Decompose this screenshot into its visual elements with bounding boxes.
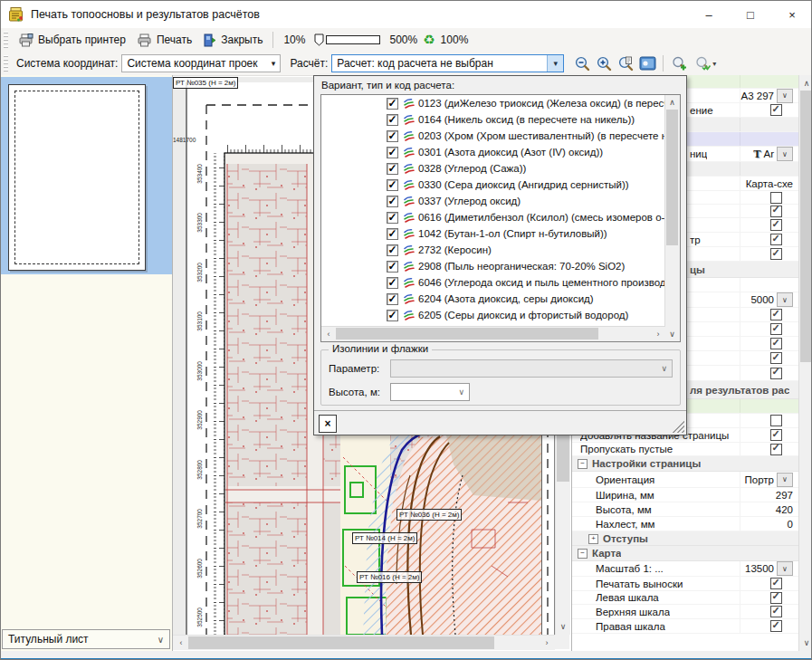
calc-variant-item[interactable]: 2732 (Керосин) bbox=[321, 242, 665, 258]
item-checkbox[interactable] bbox=[387, 147, 398, 158]
property-row[interactable]: Отступы T ∨ bbox=[572, 531, 798, 546]
dropdown-button[interactable]: ∨ bbox=[777, 473, 793, 487]
zoom-page-button[interactable] bbox=[615, 53, 636, 73]
param-combo[interactable]: ∨ bbox=[390, 359, 673, 378]
refresh-zoom-icon[interactable]: ♻ bbox=[423, 32, 435, 48]
add-view-button[interactable] bbox=[668, 53, 690, 73]
property-checkbox[interactable] bbox=[770, 444, 782, 455]
calc-variant-list[interactable]: 0123 (диЖелезо триоксид (Железа оксид) (… bbox=[320, 94, 681, 342]
page-thumbnail-selected[interactable] bbox=[1, 77, 172, 274]
calc-combo[interactable]: Расчет: код расчета не выбран ▾ bbox=[331, 54, 564, 72]
property-checkbox[interactable] bbox=[770, 248, 782, 260]
item-checkbox[interactable] bbox=[387, 179, 398, 191]
scroll-right-arrow[interactable]: › bbox=[540, 636, 553, 650]
property-row[interactable]: Высота, мм T 420 ∨ bbox=[572, 502, 798, 517]
property-checkbox[interactable] bbox=[770, 104, 782, 116]
dropdown-button[interactable]: ∨ bbox=[777, 89, 793, 103]
zoom-out-button[interactable] bbox=[571, 53, 593, 73]
calc-variant-item[interactable]: 0330 (Сера диоксид (Ангидрид сернистый)) bbox=[321, 177, 665, 193]
calc-variant-item[interactable]: 6046 (Углерода оксид и пыль цементного п… bbox=[321, 274, 665, 291]
scroll-down-arrow[interactable]: ∨ bbox=[556, 620, 570, 633]
scrollbar-thumb[interactable] bbox=[800, 91, 812, 362]
scroll-left-arrow[interactable]: ‹ bbox=[175, 636, 187, 650]
property-checkbox[interactable] bbox=[770, 429, 782, 441]
item-checkbox[interactable] bbox=[387, 244, 398, 256]
item-checkbox[interactable] bbox=[387, 98, 398, 110]
scroll-down-arrow[interactable]: ∨ bbox=[799, 636, 812, 649]
property-checkbox[interactable] bbox=[770, 219, 782, 231]
page-selector-combo[interactable]: Титульный лист ∨ bbox=[2, 629, 170, 649]
calc-variant-item[interactable]: 6204 (Азота диоксид, серы диоксид) bbox=[321, 291, 665, 307]
toolbar2-grip[interactable] bbox=[4, 55, 8, 72]
slider-thumb[interactable] bbox=[314, 33, 324, 46]
property-checkbox[interactable] bbox=[770, 415, 782, 426]
property-checkbox[interactable] bbox=[770, 578, 782, 589]
map-horizontal-scrollbar[interactable]: ‹ › bbox=[173, 635, 555, 650]
calc-combo-dropdown-button[interactable]: ▾ bbox=[547, 55, 563, 72]
property-checkbox[interactable] bbox=[770, 368, 782, 379]
dropdown-button[interactable]: ∨ bbox=[777, 292, 793, 307]
property-row[interactable]: Печатать выноски T ∨ bbox=[572, 577, 798, 591]
item-checkbox[interactable] bbox=[387, 196, 398, 207]
property-checkbox[interactable] bbox=[770, 323, 782, 335]
views-menu-button[interactable]: ▾ bbox=[690, 53, 721, 73]
section-expander-icon[interactable] bbox=[578, 459, 588, 469]
zoom-slider[interactable] bbox=[314, 33, 380, 46]
calc-variant-item[interactable]: 1042 (Бутан-1-ол (Спирт н-бутиловый)) bbox=[321, 225, 665, 242]
calc-variant-item[interactable]: 2908 (Пыль неорганическая: 70-20% SiO2) bbox=[321, 258, 665, 274]
property-checkbox[interactable] bbox=[770, 206, 782, 217]
calc-variant-item[interactable]: 0337 (Углерод оксид) bbox=[321, 193, 665, 209]
property-checkbox[interactable] bbox=[770, 352, 782, 364]
property-checkbox[interactable] bbox=[770, 192, 782, 204]
scroll-right-arrow[interactable]: › bbox=[652, 327, 664, 340]
property-row[interactable]: Нахлест, мм T 0 ∨ bbox=[572, 517, 798, 531]
calc-variant-item[interactable]: 0616 (Диметилбензол (Ксилол) (смесь изом… bbox=[321, 209, 665, 225]
scroll-up-arrow[interactable]: ∧ bbox=[665, 96, 679, 109]
maximize-button[interactable]: □ bbox=[730, 1, 771, 28]
resize-grip-icon[interactable] bbox=[673, 421, 684, 433]
property-checkbox[interactable] bbox=[770, 592, 782, 604]
calc-variant-item[interactable]: 0164 (Никель оксид (в пересчете на никел… bbox=[321, 111, 665, 128]
property-row[interactable]: Пропускать пустые T ∨ bbox=[572, 443, 798, 456]
property-checkbox[interactable] bbox=[770, 309, 782, 320]
calc-variant-item[interactable]: 0301 (Азота диоксид (Азот (IV) оксид)) bbox=[321, 144, 665, 160]
item-checkbox[interactable] bbox=[387, 261, 398, 273]
item-checkbox[interactable] bbox=[387, 293, 398, 305]
item-checkbox[interactable] bbox=[387, 130, 398, 142]
item-checkbox[interactable] bbox=[387, 228, 398, 240]
scroll-down-arrow[interactable]: ∨ bbox=[665, 328, 679, 340]
property-checkbox[interactable] bbox=[770, 234, 782, 245]
property-row[interactable]: Настройки страницы T ∨ bbox=[572, 456, 798, 472]
property-row[interactable]: Правая шкала T ∨ bbox=[572, 619, 798, 634]
section-expander-icon[interactable] bbox=[578, 549, 588, 559]
calc-variant-item[interactable]: 0203 (Хром (Хром шестивалентный) (в пере… bbox=[321, 128, 665, 144]
fit-view-button[interactable] bbox=[636, 53, 658, 73]
calc-variant-item[interactable]: 0328 (Углерод (Сажа)) bbox=[321, 160, 665, 177]
item-checkbox[interactable] bbox=[387, 310, 398, 321]
scroll-left-arrow[interactable]: ‹ bbox=[322, 327, 335, 340]
print-button[interactable]: Печать bbox=[131, 32, 197, 49]
select-printer-button[interactable]: Выбрать принтер bbox=[13, 32, 131, 49]
close-button[interactable]: × bbox=[771, 1, 812, 28]
property-row[interactable]: Ориентация T Портр ∨ bbox=[572, 472, 798, 488]
properties-scrollbar[interactable]: ∧ ∨ bbox=[798, 75, 812, 651]
property-row[interactable]: Масштаб 1: ... T 13500 ∨ bbox=[572, 561, 798, 577]
property-checkbox[interactable] bbox=[770, 620, 782, 632]
property-row[interactable]: Ширина, мм T 297 ∨ bbox=[572, 488, 798, 502]
scroll-up-arrow[interactable]: ∧ bbox=[799, 77, 812, 90]
calc-variant-item[interactable]: 6205 (Серы диоксид и фтористый водород) bbox=[321, 307, 665, 323]
slider-track[interactable] bbox=[326, 35, 380, 44]
toolbar-grip[interactable] bbox=[4, 32, 8, 48]
item-checkbox[interactable] bbox=[387, 277, 398, 289]
property-checkbox[interactable] bbox=[770, 338, 782, 349]
property-row[interactable]: Карта T ∨ bbox=[572, 546, 798, 561]
section-expander-icon[interactable] bbox=[588, 534, 598, 544]
page-thumbnail[interactable] bbox=[8, 84, 146, 271]
item-checkbox[interactable] bbox=[387, 114, 398, 126]
coord-system-combo[interactable]: Система координат проек ▾ bbox=[121, 54, 281, 72]
property-checkbox[interactable] bbox=[770, 606, 782, 617]
list-horizontal-scrollbar[interactable]: ‹ › bbox=[321, 326, 665, 341]
height-combo[interactable]: ∨ bbox=[390, 383, 470, 401]
scrollbar-thumb[interactable] bbox=[666, 110, 678, 245]
popup-close-button[interactable]: × bbox=[319, 415, 337, 433]
